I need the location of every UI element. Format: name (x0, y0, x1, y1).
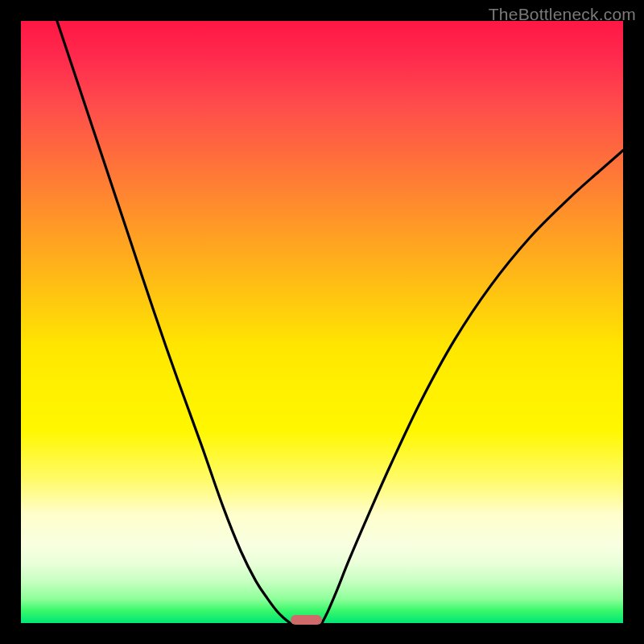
chart-curves-svg (21, 21, 623, 623)
optimum-marker (291, 615, 323, 625)
chart-plot-area (21, 21, 623, 623)
curve-left-branch (57, 21, 290, 623)
curve-right-branch (322, 151, 623, 623)
